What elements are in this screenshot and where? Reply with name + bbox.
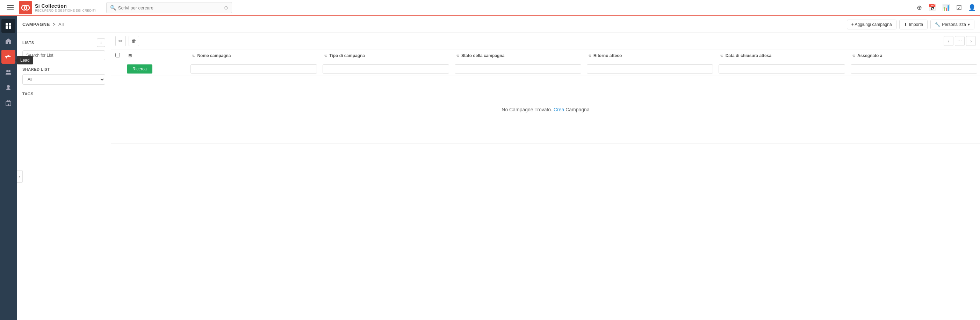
personalize-button[interactable]: 🔧 Personalizza ▾ [931,19,974,29]
col-tipo-campagna: ⇅ Tipo di campagna [320,50,452,62]
shared-list-label: SHARED LIST [22,67,105,71]
empty-state-row: No Campagne Trovato. Crea Campagna [111,76,980,144]
trash-icon: 🗑 [131,38,136,44]
app-title: Si Collection [35,3,96,9]
import-button[interactable]: ⬇ Importa [899,19,928,29]
search-stato-input[interactable] [455,64,581,74]
empty-state-cell: No Campagne Trovato. Crea Campagna [111,76,980,144]
svg-rect-2 [6,23,8,26]
lead-tooltip: Lead [17,56,33,64]
edit-button[interactable]: ✏ [115,36,126,46]
table-search-row: Ricerca [111,62,980,76]
main-wrapper: ‹ LISTS + SHARED LIST All TAGS ✏ 🗑 [17,16,980,320]
user-icon[interactable]: 👤 [968,4,976,11]
table-header-row: ⊞ ⇅ Nome campagna ⇅ Tipo di campagna ⇅ S… [111,50,980,62]
chevron-right-icon: › [970,38,972,44]
svg-point-9 [8,70,11,72]
search-nome-input[interactable] [191,64,317,74]
tags-label: TAGS [22,92,105,96]
search-icon: 🔍 [110,5,116,11]
empty-state: No Campagne Trovato. Crea Campagna [115,79,976,141]
svg-rect-13 [8,104,9,106]
search-list-input[interactable] [22,50,105,60]
prev-page-button[interactable]: ‹ [943,36,953,46]
lists-header: LISTS + [22,38,105,47]
import-icon: ⬇ [904,22,907,27]
search-clear-icon[interactable]: ⊙ [224,5,228,11]
sort-icon-3: ⇅ [456,54,459,58]
content-toolbar: ✏ 🗑 ‹ ··· › [111,33,980,50]
svg-point-8 [6,70,8,72]
campaigns-table: ⊞ ⇅ Nome campagna ⇅ Tipo di campagna ⇅ S… [111,50,980,144]
main-content: ✏ 🗑 ‹ ··· › [111,33,980,320]
add-list-button[interactable]: + [97,38,105,47]
sidebar-item-campaigns[interactable] [2,50,15,64]
svg-rect-5 [9,26,11,29]
page-header: CAMPAGNE > All + Aggiungi campagna ⬇ Imp… [17,16,980,33]
page-header-actions: + Aggiungi campagna ⬇ Importa 🔧 Personal… [847,19,974,29]
svg-rect-12 [7,100,10,102]
breadcrumb-separator: > [53,22,56,27]
select-all-checkbox[interactable] [115,53,120,58]
breadcrumb-section: CAMPAGNE [22,22,50,27]
select-all-cell [111,50,124,62]
search-assegnato-input[interactable] [851,64,977,74]
chevron-down-icon: ▾ [968,22,970,27]
tags-section: TAGS [22,92,105,96]
search-input[interactable] [118,5,224,11]
svg-point-10 [7,85,10,88]
col-stato-campagna: ⇅ Stato della campagna [452,50,584,62]
logo-text: Si Collection Recupero e gestione dei cr… [35,3,96,12]
search-data-cell [716,62,848,76]
svg-rect-3 [9,23,11,26]
more-options-button[interactable]: ··· [955,36,965,46]
global-search-bar: 🔍 ⊙ [106,2,232,13]
wrench-icon: 🔧 [935,22,940,27]
svg-rect-7 [6,57,6,58]
lists-label: LISTS [22,41,34,45]
delete-button[interactable]: 🗑 [129,36,139,46]
chevron-left-icon: ‹ [948,38,949,44]
search-data-input[interactable] [719,64,845,74]
side-panel: ‹ LISTS + SHARED LIST All TAGS [17,33,111,320]
top-navigation: Si Collection Recupero e gestione dei cr… [0,0,980,16]
search-stato-cell [452,62,584,76]
search-btn-cell: Ricerca [124,62,188,76]
col-data-chiusura: ⇅ Data di chiusura attesa [716,50,848,62]
toolbar-right: ‹ ··· › [943,36,976,46]
chart-icon[interactable]: 📊 [942,4,950,11]
grid-view-icon[interactable]: ⊞ [128,53,132,58]
sort-icon: ⇅ [192,54,195,58]
search-ritorno-input[interactable] [587,64,713,74]
crea-link[interactable]: Crea [554,107,564,112]
search-tipo-cell [320,62,452,76]
calendar-icon[interactable]: 📅 [928,4,936,11]
sidebar-item-contacts[interactable] [2,65,15,79]
sidebar-item-home[interactable] [2,19,15,33]
search-nome-cell [188,62,320,76]
ellipsis-icon: ··· [957,38,962,44]
col-nome-campagna: ⇅ Nome campagna [188,50,320,62]
empty-state-text: No Campagne Trovato. [501,107,552,112]
search-ritorno-cell [584,62,716,76]
breadcrumb-current: All [58,22,64,27]
shared-list-select[interactable]: All [22,74,105,85]
add-campaign-button[interactable]: + Aggiungi campagna [847,19,896,29]
sidebar [0,16,17,320]
top-nav-actions: ⊕ 📅 📊 ☑ 👤 [917,4,976,11]
app-subtitle: Recupero e gestione dei crediti [35,9,96,12]
search-button[interactable]: Ricerca [127,64,153,74]
checklist-icon[interactable]: ☑ [956,4,962,11]
search-check-cell [111,62,124,76]
sidebar-item-person[interactable] [2,80,15,94]
add-icon[interactable]: ⊕ [917,4,922,11]
sidebar-item-dashboard[interactable] [2,34,15,48]
sort-icon-4: ⇅ [588,54,591,58]
hamburger-menu[interactable] [4,2,17,14]
collapse-panel-button[interactable]: ‹ [17,170,23,183]
next-page-button[interactable]: › [966,36,976,46]
sidebar-item-company[interactable] [2,96,15,110]
sort-icon-2: ⇅ [324,54,327,58]
search-tipo-input[interactable] [323,64,449,74]
sort-icon-5: ⇅ [720,54,723,58]
